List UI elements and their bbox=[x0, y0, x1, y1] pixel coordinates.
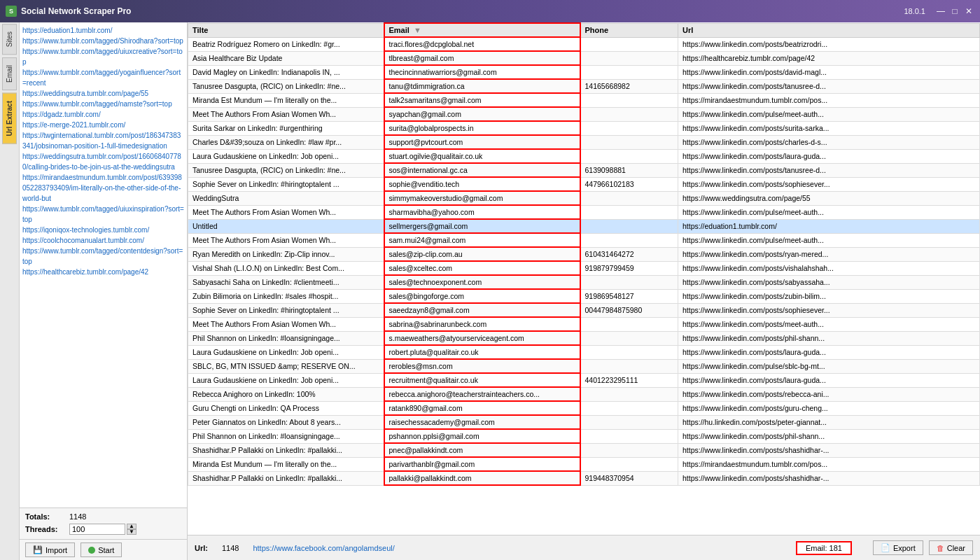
status-current-url: https://www.facebook.com/angolamdseul/ bbox=[253, 544, 394, 552]
cell-url: https://www.linkedin.com/posts/sabyassah… bbox=[678, 275, 980, 289]
cell-email: pnec@pallakkindt.com bbox=[384, 443, 580, 457]
table-row[interactable]: Sophie Sever on LinkedIn: #hiringtoptale… bbox=[188, 303, 980, 317]
table-row[interactable]: Zubin Bilimoria on LinkedIn: #sales #hos… bbox=[188, 289, 980, 303]
sidebar-tabs: Sites Email Url Extract bbox=[0, 22, 20, 560]
start-icon bbox=[88, 547, 95, 554]
threads-down[interactable]: ▼ bbox=[127, 529, 136, 535]
cell-title: Laura Gudauskiene on LinkedIn: Job openi… bbox=[188, 345, 384, 359]
url-list-item[interactable]: https://www.tumblr.com/tagged/namste?sor… bbox=[22, 99, 184, 109]
url-list-item[interactable]: https://weddingsutra.tumblr.com/page/55 bbox=[22, 88, 184, 99]
table-row[interactable]: Meet The Authors From Asian Women Wh...s… bbox=[188, 107, 980, 121]
table-row[interactable]: Rebecca Anighoro on LinkedIn: 100%rebecc… bbox=[188, 387, 980, 401]
cell-title: Sophie Sever on LinkedIn: #hiringtoptale… bbox=[188, 177, 384, 191]
cell-email: pallakki@pallakkindt.com bbox=[384, 471, 580, 485]
url-list-item[interactable]: https://www.tumblr.com/tagged/Shirodhara… bbox=[22, 36, 184, 46]
table-row[interactable]: WeddingSutrasimmymakeoverstudio@gmail.co… bbox=[188, 191, 980, 205]
url-list-item[interactable]: https://e-merge-2021.tumblr.com/ bbox=[22, 120, 184, 130]
close-button[interactable]: ✕ bbox=[963, 6, 974, 17]
table-row[interactable]: Shashidhar.P Pallakki on LinkedIn: #pall… bbox=[188, 471, 980, 485]
export-button[interactable]: 📄 Export bbox=[873, 540, 923, 555]
cell-url: https://www.linkedin.com/posts/beatrizro… bbox=[678, 37, 980, 51]
table-row[interactable]: Miranda Est Mundum — I'm literally on th… bbox=[188, 93, 980, 107]
url-list-item[interactable]: https://mirandaestmundum.tumblr.com/post… bbox=[22, 172, 184, 204]
table-row[interactable]: Phil Shannon on LinkedIn: #loansigningag… bbox=[188, 429, 980, 443]
cell-url: https://www.weddingsutra.com/page/55 bbox=[678, 191, 980, 205]
tab-sites[interactable]: Sites bbox=[2, 24, 17, 55]
url-list-item[interactable]: https://www.tumblr.com/tagged/uiuxinspir… bbox=[22, 204, 184, 225]
cell-phone: 610431464272 bbox=[580, 247, 678, 261]
url-list-item[interactable]: https://www.tumblr.com/tagged/contentdes… bbox=[22, 246, 184, 267]
col-header-phone[interactable]: Phone bbox=[580, 23, 678, 37]
totals-label: Totals: bbox=[25, 512, 64, 521]
status-bar: Url: 1148 https://www.facebook.com/angol… bbox=[188, 535, 980, 560]
table-row[interactable]: Tanusree Dasgupta, (RCIC) on LinkedIn: #… bbox=[188, 163, 980, 177]
table-row[interactable]: Charles D&#39;souza on LinkedIn: #law #p… bbox=[188, 135, 980, 149]
table-row[interactable]: Laura Gudauskiene on LinkedIn: Job openi… bbox=[188, 373, 980, 387]
status-email-box: Email: 181 bbox=[796, 541, 852, 555]
url-list-item[interactable]: https://www.tumblr.com/tagged/yogainflue… bbox=[22, 67, 184, 88]
table-row[interactable]: Sabyasachi Saha on LinkedIn: #clientmeet… bbox=[188, 275, 980, 289]
cell-url: https://mirandaestmundum.tumblr.com/pos.… bbox=[678, 457, 980, 471]
cell-phone: 6139098881 bbox=[580, 163, 678, 177]
table-row[interactable]: Shashidhar.P Pallakki on LinkedIn: #pall… bbox=[188, 443, 980, 457]
cell-email: thecincinnatiwarriors@gmail.com bbox=[384, 65, 580, 79]
url-list-item[interactable]: https://coolchocomanualart.tumblr.com/ bbox=[22, 235, 184, 246]
table-row[interactable]: David Magley on LinkedIn: Indianapolis I… bbox=[188, 65, 980, 79]
cell-email: syapchan@gmail.com bbox=[384, 107, 580, 121]
table-row[interactable]: Peter Giannatos on LinkedIn: About 8 yea… bbox=[188, 415, 980, 429]
cell-url: https://www.linkedin.com/posts/sophiesev… bbox=[678, 303, 980, 317]
table-row[interactable]: Untitledsellmergers@gmail.comhttps://edu… bbox=[188, 219, 980, 233]
table-row[interactable]: Guru Chengti on LinkedIn: QA Processrata… bbox=[188, 401, 980, 415]
minimize-button[interactable]: — bbox=[935, 6, 946, 17]
url-list-item[interactable]: https://www.tumblr.com/tagged/uiuxcreati… bbox=[22, 46, 184, 67]
data-table-container[interactable]: Tilte Email ▼ Phone Url bbox=[188, 22, 980, 535]
col-header-title[interactable]: Tilte bbox=[188, 23, 384, 37]
cell-url: https://hu.linkedin.com/posts/peter-gian… bbox=[678, 415, 980, 429]
cell-phone bbox=[580, 65, 678, 79]
cell-title: Shashidhar.P Pallakki on LinkedIn: #pall… bbox=[188, 471, 384, 485]
url-list-item[interactable]: https://dgadz.tumblr.com/ bbox=[22, 109, 184, 120]
url-list-item[interactable]: https://iqoniqox-technologies.tumblr.com… bbox=[22, 225, 184, 235]
url-list-item[interactable]: https://eduation1.tumblr.com/ bbox=[22, 25, 184, 36]
clear-button[interactable]: 🗑 Clear bbox=[929, 540, 973, 555]
table-row[interactable]: Beatriz Rodríguez Romero on LinkedIn: #g… bbox=[188, 37, 980, 51]
table-row[interactable]: SBLC, BG, MTN ISSUED &amp; RESERVE ON...… bbox=[188, 359, 980, 373]
cell-url: https://www.linkedin.com/posts/charles-d… bbox=[678, 135, 980, 149]
col-header-email[interactable]: Email ▼ bbox=[384, 23, 580, 37]
maximize-button[interactable]: □ bbox=[949, 6, 960, 17]
table-row[interactable]: Phil Shannon on LinkedIn: #loansigningag… bbox=[188, 331, 980, 345]
cell-title: Meet The Authors From Asian Women Wh... bbox=[188, 233, 384, 247]
threads-input[interactable] bbox=[69, 524, 125, 535]
tab-url-extract[interactable]: Url Extract bbox=[2, 93, 17, 144]
col-header-url[interactable]: Url bbox=[678, 23, 980, 37]
table-row[interactable]: Tanusree Dasgupta, (RCIC) on LinkedIn: #… bbox=[188, 79, 980, 93]
cell-title: Tanusree Dasgupta, (RCIC) on LinkedIn: #… bbox=[188, 163, 384, 177]
import-button[interactable]: 💾 Import bbox=[25, 542, 75, 557]
cell-email: support@pvtcourt.com bbox=[384, 135, 580, 149]
table-row[interactable]: Meet The Authors From Asian Women Wh...s… bbox=[188, 317, 980, 331]
tab-email[interactable]: Email bbox=[2, 57, 17, 90]
table-row[interactable]: Laura Gudauskiene on LinkedIn: Job openi… bbox=[188, 345, 980, 359]
table-row[interactable]: Miranda Est Mundum — I'm literally on th… bbox=[188, 457, 980, 471]
cell-url: https://www.linkedin.com/posts/phil-shan… bbox=[678, 331, 980, 345]
table-row[interactable]: Asia Healthcare Biz Updatetlbreast@gmail… bbox=[188, 51, 980, 65]
table-row[interactable]: Ryan Meredith on LinkedIn: Zip-Clip inno… bbox=[188, 247, 980, 261]
cell-phone bbox=[580, 93, 678, 107]
table-row[interactable]: Laura Gudauskiene on LinkedIn: Job openi… bbox=[188, 149, 980, 163]
table-row[interactable]: Surita Sarkar on LinkedIn: #urgenthiring… bbox=[188, 121, 980, 135]
cell-url: https://healthcarebiz.tumblr.com/page/42 bbox=[678, 51, 980, 65]
cell-phone bbox=[580, 219, 678, 233]
cell-phone bbox=[580, 135, 678, 149]
cell-email: sales@bingoforge.com bbox=[384, 289, 580, 303]
start-button[interactable]: Start bbox=[80, 542, 122, 557]
url-list-item[interactable]: https://weddingsutra.tumblr.com/post/166… bbox=[22, 151, 184, 172]
table-row[interactable]: Meet The Authors From Asian Women Wh...s… bbox=[188, 205, 980, 219]
table-row[interactable]: Sophie Sever on LinkedIn: #hiringtoptale… bbox=[188, 177, 980, 191]
cell-phone bbox=[580, 191, 678, 205]
url-list-item[interactable]: https://healthcarebiz.tumblr.com/page/42 bbox=[22, 267, 184, 277]
cell-url: https://www.linkedin.com/posts/phil-shan… bbox=[678, 429, 980, 443]
url-list-item[interactable]: https://twginternational.tumblr.com/post… bbox=[22, 130, 184, 151]
table-row[interactable]: Meet The Authors From Asian Women Wh...s… bbox=[188, 233, 980, 247]
table-row[interactable]: Vishal Shah (L.I.O.N) on LinkedIn: Best … bbox=[188, 261, 980, 275]
status-actions: 📄 Export 🗑 Clear bbox=[873, 540, 973, 555]
